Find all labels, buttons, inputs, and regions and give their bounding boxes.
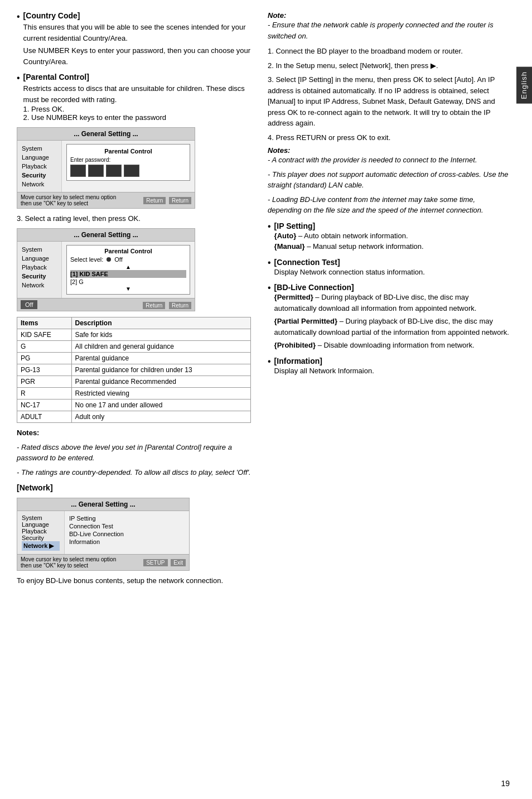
connection-test-bullet: • [Connection Test] Display Network conn…: [268, 258, 510, 278]
step2: 2. Use NUMBER keys to enter the password: [23, 113, 251, 122]
step-4: 4. Press RETURN or press OK to exit.: [268, 132, 510, 143]
information-title: [Information]: [274, 357, 322, 365]
net-menu-system: System: [22, 514, 60, 521]
network-dialog-body: System Language Playback Security Networ…: [17, 511, 189, 554]
step1-text: 1. Connect the BD player to the broadban…: [268, 47, 463, 55]
table-col2-header: Description: [71, 317, 250, 329]
net-exit-btn[interactable]: Exit: [171, 559, 186, 566]
ip-auto-bold: {Auto}: [274, 232, 297, 240]
table-cell-desc: Restricted viewing: [71, 388, 250, 399]
ip-manual: {Manual} – Manual setup network informat…: [274, 241, 424, 252]
footer-buttons: Return Return: [142, 197, 191, 204]
table-cell-desc: Parental guidance for children under 13: [71, 364, 250, 376]
network-text: To enjoy BD-Live bonus contents, setup t…: [17, 576, 251, 585]
net-option-bdlive: BD-Live Connection: [69, 530, 185, 538]
country-code-section: • [Country Code] This ensures that you w…: [17, 11, 251, 67]
bdlive-bullet: • [BD-Live Connection] {Permitted} – Dur…: [268, 283, 510, 351]
general-setting-dialog2: ... General Setting ... System Language …: [17, 228, 195, 311]
page-number: 19: [501, 779, 510, 788]
table-cell-desc: No one 17 and under allowed: [71, 399, 250, 411]
right-column: Note: - Ensure that the network cable is…: [262, 11, 510, 788]
net-option-ip: IP Setting: [69, 514, 185, 522]
dialog1-main: Parental Control Enter password:: [62, 141, 195, 192]
d2-footer-buttons: Return Return: [141, 301, 191, 309]
d2-menu-language: Language: [22, 254, 57, 263]
ip-auto: {Auto} – Auto obtain network information…: [274, 230, 424, 242]
parental-text1: Restricts access to discs that are unsui…: [23, 83, 251, 105]
dialog2-return2-btn[interactable]: Return: [169, 302, 191, 309]
table-row: GAll children and general guidance: [17, 341, 251, 353]
table-cell-item: PGR: [17, 376, 72, 388]
d2-menu-playback: Playback: [22, 263, 57, 272]
select-label: Select level:: [70, 256, 103, 263]
net-footer-buttons: SETUP Exit: [142, 559, 186, 566]
notes-label: Notes:: [17, 427, 251, 439]
partial-bold: {Partial Permitted}: [274, 317, 337, 325]
bullet-dot5: •: [268, 283, 271, 293]
net-menu-playback: Playback: [22, 528, 60, 535]
general-setting-dialog1: ... General Setting ... System Language …: [17, 127, 195, 209]
dialog2-return-btn[interactable]: Return: [143, 302, 165, 309]
language-tab: English: [516, 67, 532, 104]
parental-control-section: • [Parental Control] Restricts access to…: [17, 73, 251, 122]
note2: - The ratings are country-depended. To a…: [17, 467, 251, 478]
table-row: PGRParental guidance Recommended: [17, 376, 251, 388]
connection-test-desc: Display Network connection status inform…: [274, 267, 425, 278]
table-cell-desc: All children and general guidance: [71, 341, 250, 353]
menu-language: Language: [22, 153, 57, 162]
step3-text-right: 3. Select [IP Setting] in the menu, then…: [268, 75, 495, 127]
bullet-dot4: •: [268, 258, 271, 268]
menu-security: Security: [22, 171, 57, 180]
table-row: PG-13Parental guidance for children unde…: [17, 364, 251, 376]
step-2: 2. In the Setup menu, select [Network], …: [268, 60, 510, 71]
country-code-title: [Country Code]: [23, 11, 80, 20]
right-note-a: - A contract with the provider is needed…: [268, 155, 510, 166]
bdlive-title: [BD-Live Connection]: [274, 283, 354, 292]
net-setup-btn[interactable]: SETUP: [143, 559, 167, 566]
ip-setting-title: [IP Setting]: [274, 222, 316, 230]
dialog1-sidebar: System Language Playback Security Networ…: [17, 141, 62, 192]
footer-line1: Move cursor key to select menu option: [21, 194, 116, 200]
dialog2-title: ... General Setting ...: [17, 229, 195, 242]
ip-manual-bold: {Manual}: [274, 242, 305, 251]
password-box4: [124, 165, 139, 177]
table-cell-item: ADULT: [17, 411, 72, 423]
d2-menu-system: System: [22, 245, 57, 254]
network-dialog-footer: Move cursor key to select menu option th…: [17, 554, 189, 570]
net-menu-language: Language: [22, 521, 60, 528]
dialog2-main: Parental Control Select level: Off ▲ [1]…: [62, 242, 195, 298]
table-cell-item: PG: [17, 353, 72, 364]
table-cell-item: R: [17, 388, 72, 399]
rating-table: Items Description KID SAFESafe for kidsG…: [17, 317, 251, 423]
table-cell-item: G: [17, 341, 72, 353]
information-desc: Display all Network Informaion.: [274, 365, 374, 377]
dialog2-sidebar: System Language Playback Security Networ…: [17, 242, 62, 298]
table-row: ADULTAdult only: [17, 411, 251, 423]
dialog1-return-btn[interactable]: Return: [143, 197, 166, 204]
table-cell-desc: Safe for kids: [71, 329, 250, 341]
step3-text: 3. Select a rating level, then press OK.: [17, 214, 251, 223]
step1: 1. Press OK.: [23, 105, 251, 113]
dialog1-footer-text: Move cursor key to select menu option th…: [21, 194, 116, 206]
select-level-box: Parental Control Select level: Off ▲ [1]…: [66, 245, 190, 295]
country-code-text1: This ensures that you will be able to se…: [23, 22, 251, 44]
bullet-dot6: •: [268, 357, 271, 367]
table-cell-item: KID SAFE: [17, 329, 72, 341]
radio-label: Off: [114, 256, 122, 263]
network-arrow-icon: ▶: [49, 542, 54, 549]
net-footer-line1: Move cursor key to select menu option: [21, 556, 116, 562]
select-level-row: Select level: Off: [70, 256, 186, 263]
d2-menu-network: Network: [22, 281, 57, 290]
note-label: Note:: [268, 11, 510, 20]
net-option-connection: Connection Test: [69, 522, 185, 530]
table-cell-desc: Parental guidance: [71, 353, 250, 364]
password-box2: [88, 165, 104, 177]
dialog1-return2-btn[interactable]: Return: [169, 197, 191, 204]
connection-test-title: [Connection Test]: [274, 258, 340, 267]
menu-network: Network: [22, 180, 57, 189]
note-intro1: - Ensure that the network cable is prope…: [268, 20, 510, 41]
bullet-dot3: •: [268, 222, 271, 232]
note1: - Rated discs above the level you set in…: [17, 442, 251, 464]
step-1: 1. Connect the BD player to the broadban…: [268, 46, 510, 57]
table-row: RRestricted viewing: [17, 388, 251, 399]
